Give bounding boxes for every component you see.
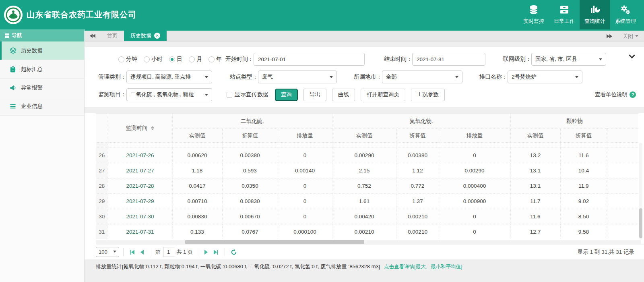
- outlet-name-select[interactable]: 2号焚烧炉: [508, 70, 582, 83]
- value-cell: 0.203: [222, 143, 278, 147]
- condition-params-button[interactable]: 工况参数: [411, 89, 445, 101]
- collapse-filter-icon[interactable]: [629, 54, 635, 60]
- curve-button[interactable]: 曲线: [332, 89, 355, 101]
- sidebar-item-exceed-summary[interactable]: 超标汇总: [0, 60, 84, 79]
- radio-icon: [118, 56, 124, 62]
- station-type-select[interactable]: 废气: [258, 70, 337, 83]
- prev-page-icon[interactable]: [137, 248, 147, 257]
- date-link[interactable]: 2021-07-25: [108, 143, 172, 147]
- value-cell: 0.752: [332, 178, 396, 193]
- date-link[interactable]: 2021-07-29: [108, 193, 172, 209]
- value-cell: 0.00380: [222, 147, 278, 163]
- next-page-icon[interactable]: [201, 248, 211, 257]
- nav-daily-work[interactable]: 日常工作: [549, 0, 580, 29]
- col-header: 排放量: [278, 129, 332, 143]
- city-select[interactable]: 全部: [382, 70, 462, 83]
- nav-realtime-monitor[interactable]: 实时监控: [518, 0, 549, 29]
- period-radio-group: 分钟 小时 日 月 年: [118, 56, 220, 63]
- page-size-select[interactable]: 100: [96, 247, 119, 257]
- value-cell: 13.1: [510, 178, 560, 193]
- sidebar-item-company-info[interactable]: 企业信息: [0, 97, 84, 116]
- row-number-header: [96, 114, 108, 143]
- city-label: 所属地市：: [348, 73, 382, 81]
- monitor-items-select[interactable]: 二氧化硫., 氮氧化物., 颗粒: [126, 88, 212, 101]
- close-tab-icon[interactable]: [154, 33, 160, 39]
- radio-month[interactable]: 月: [189, 56, 202, 63]
- monitor-time-header[interactable]: 监测时间: [108, 114, 172, 143]
- query-button[interactable]: 查询: [275, 89, 298, 101]
- value-cell: 0: [278, 209, 332, 224]
- group-header-nox: 氮氧化物.: [332, 114, 510, 129]
- radio-hour[interactable]: 小时: [144, 56, 163, 63]
- view-details-link[interactable]: 点击查看详情[最大、最小和平均值]: [384, 264, 462, 270]
- tab-home[interactable]: 首页: [101, 30, 124, 41]
- value-cell: 0: [278, 178, 332, 193]
- scroll-tabs-left-icon[interactable]: [85, 30, 101, 41]
- value-cell: 0.593: [222, 163, 278, 178]
- filler-cell: [607, 163, 638, 178]
- date-link[interactable]: 2021-07-31: [108, 224, 172, 239]
- value-cell: 0: [278, 193, 332, 209]
- radio-day[interactable]: 日: [169, 56, 182, 63]
- emission-stats-bar: 排放量统计[氮氧化物:0.112 t, 颗粒物:0.194 t, 一氧化碳.:0…: [96, 263, 644, 270]
- sort-icon[interactable]: [151, 126, 154, 130]
- last-page-icon[interactable]: [211, 248, 221, 257]
- filler-cell: [607, 193, 638, 209]
- table-row: 252021-07-250.2610.2030.0001000.0008000.…: [96, 143, 638, 147]
- network-level-select[interactable]: 国家, 省, 市, 区县: [531, 53, 606, 66]
- filler-cell: [607, 209, 638, 224]
- start-time-input[interactable]: [254, 53, 365, 66]
- value-cell: 0: [439, 209, 510, 224]
- nav-label: 系统管理: [615, 18, 636, 25]
- page-number-input[interactable]: [163, 247, 174, 257]
- filler-cell: [607, 224, 638, 239]
- monitor-items-label: 监测项目：: [93, 91, 126, 98]
- sidebar-item-abnormal-alarm[interactable]: 异常报警: [0, 79, 84, 97]
- sidebar-item-label: 历史数据: [21, 47, 43, 54]
- date-link[interactable]: 2021-07-28: [108, 178, 172, 193]
- close-tabs-menu[interactable]: 关闭: [623, 33, 638, 40]
- layers-icon: [9, 47, 17, 55]
- col-header: 折算值: [222, 129, 278, 143]
- end-time-label: 结束时间：: [378, 56, 412, 63]
- date-link[interactable]: 2021-07-30: [108, 209, 172, 224]
- start-time-label: 开始时间：: [220, 56, 254, 63]
- nav-label: 查询统计: [584, 18, 605, 25]
- scroll-tabs-right-icon[interactable]: [607, 34, 612, 38]
- value-cell: 0.00420: [332, 209, 396, 224]
- chevron-down-icon: [113, 251, 116, 254]
- nav-system-management[interactable]: 系统管理: [610, 0, 641, 29]
- end-time-input[interactable]: [412, 53, 485, 66]
- nav-label: 实时监控: [523, 18, 544, 25]
- nav-query-statistics[interactable]: 查询统计: [580, 0, 610, 29]
- vertical-scrollbar-thumb[interactable]: [639, 208, 642, 238]
- refresh-icon[interactable]: [229, 248, 239, 257]
- sidebar-item-label: 企业信息: [21, 103, 43, 110]
- horizontal-scrollbar[interactable]: [96, 240, 641, 244]
- row-number-cell: 25: [96, 143, 108, 147]
- network-level-label: 联网级别：: [497, 56, 531, 63]
- first-page-icon[interactable]: [128, 248, 137, 257]
- direct-data-checkbox[interactable]: 显示直传数据: [227, 91, 268, 98]
- row-number-cell: 28: [96, 178, 108, 193]
- megaphone-icon: [9, 84, 17, 92]
- table-body-viewport[interactable]: 252021-07-250.2610.2030.0001000.0008000.…: [96, 143, 644, 239]
- radio-minute[interactable]: 分钟: [118, 56, 137, 63]
- unit-help-link[interactable]: 查看单位说明: [595, 91, 636, 98]
- export-button[interactable]: 导出: [303, 89, 326, 101]
- query-filter-panel: 分钟 小时 日 月 年 开始时间： 结束时间： 联网级别： 国家, 省, 市, …: [85, 47, 644, 107]
- sidebar: 导航 历史数据: [0, 29, 85, 282]
- sidebar-item-history-data[interactable]: 历史数据: [0, 41, 84, 60]
- pagination-bar: 100 第 共 1 页: [96, 244, 644, 259]
- row-number-cell: 30: [96, 209, 108, 224]
- tab-history-data[interactable]: 历史数据: [124, 30, 167, 41]
- date-link[interactable]: 2021-07-26: [108, 147, 172, 163]
- open-new-query-button[interactable]: 打开新查询页: [361, 89, 405, 101]
- horizontal-scrollbar-thumb[interactable]: [185, 240, 364, 244]
- vertical-scrollbar[interactable]: [639, 143, 642, 240]
- sidebar-item-label: 超标汇总: [21, 66, 43, 73]
- date-link[interactable]: 2021-07-27: [108, 163, 172, 178]
- mgmt-category-select[interactable]: 违规项目, 高架源, 重点排: [126, 70, 212, 83]
- value-cell: 11.9: [560, 178, 607, 193]
- value-cell: 12.7: [510, 143, 560, 147]
